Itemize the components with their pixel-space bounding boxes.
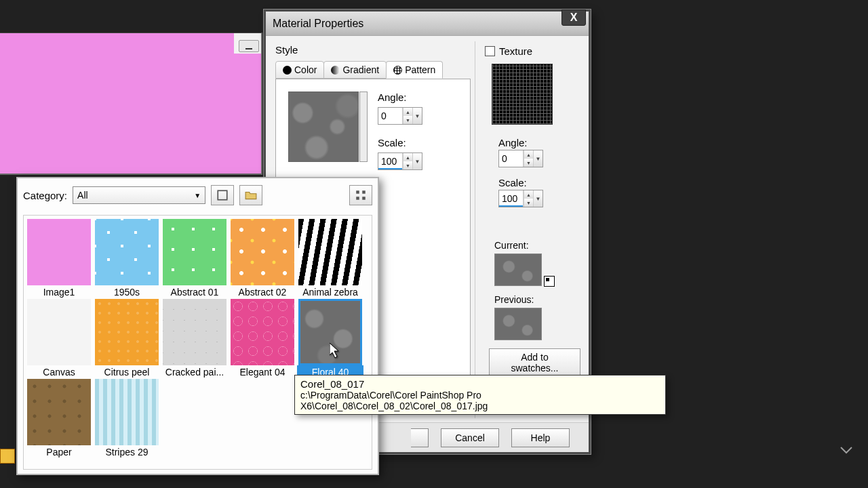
current-swatch[interactable] (494, 253, 542, 286)
tab-color[interactable]: Color (275, 61, 324, 79)
texture-scale-input[interactable] (499, 190, 524, 207)
chevron-down-icon[interactable]: ▼ (403, 116, 412, 124)
minimize-button[interactable] (239, 40, 259, 52)
texture-pane: Texture Angle: ▲▼ ▼ Scale: ▲▼ ▼ Current: (475, 41, 583, 418)
texture-checkbox[interactable]: Texture (485, 45, 580, 57)
pattern-thumb-elegant[interactable]: Elegant 04 (229, 299, 296, 378)
angle-label: Angle: (378, 92, 422, 103)
svg-rect-1 (356, 190, 359, 194)
pattern-thumb-floral40[interactable]: Floral 40 (297, 299, 363, 378)
view-grid-button[interactable] (349, 185, 372, 205)
pattern-icon (393, 66, 402, 75)
scale-spinner[interactable]: ▲▼ ▼ (378, 152, 422, 170)
pattern-preview[interactable] (288, 92, 359, 162)
scale-label: Scale: (378, 137, 422, 148)
folder-icon (245, 189, 257, 201)
pattern-thumb-image1[interactable]: Image1 (26, 219, 92, 298)
ok-button-edge[interactable] (411, 428, 429, 447)
chevron-down-icon[interactable]: ▼ (403, 161, 412, 169)
previous-swatch[interactable] (494, 308, 542, 340)
swatch-picker-icon[interactable] (544, 276, 555, 287)
chevron-up-icon[interactable]: ▲ (403, 153, 412, 161)
expand-chevron[interactable] (837, 443, 856, 457)
chevron-down-icon[interactable]: ▼ (524, 199, 533, 207)
pattern-thumb-stripes29[interactable]: Stripes 29 (94, 379, 160, 458)
texture-angle-input[interactable] (499, 150, 524, 167)
svg-rect-3 (356, 197, 359, 200)
svg-rect-4 (362, 197, 366, 200)
tooltip: Corel_08_017 c:\ProgramData\Corel\Corel … (294, 375, 666, 415)
texture-label: Texture (499, 45, 532, 57)
tab-gradient[interactable]: Gradient (323, 61, 387, 79)
angle-input[interactable] (378, 108, 403, 124)
canvas-window (0, 33, 262, 175)
thumbnail-grid: Image1 1950s Abstract 01 Abstract 02 Ani… (23, 215, 372, 470)
texture-scale-spinner[interactable]: ▲▼ ▼ (498, 190, 543, 207)
tab-label: Pattern (405, 64, 435, 75)
dialog-titlebar[interactable]: Material Properties X (266, 12, 589, 36)
chevron-down-icon[interactable]: ▼ (533, 190, 542, 207)
texture-preview[interactable] (492, 64, 553, 125)
style-tabbar: Color Gradient Pattern (275, 61, 471, 79)
category-value: All (77, 190, 88, 201)
add-swatches-button[interactable]: Add to swatches... (489, 348, 580, 377)
tooltip-title: Corel_08_017 (300, 378, 660, 390)
pattern-thumb-abstract01[interactable]: Abstract 01 (161, 219, 228, 298)
texture-angle-label: Angle: (498, 137, 580, 148)
canvas-titlebar (234, 33, 261, 54)
svg-rect-2 (362, 190, 366, 194)
close-button[interactable]: X (561, 9, 586, 26)
tab-label: Color (294, 64, 317, 75)
tooltip-path: c:\ProgramData\Corel\Corel PaintShop Pro… (300, 390, 660, 411)
help-button[interactable]: Help (511, 428, 570, 447)
chevron-down-icon[interactable]: ▼ (533, 150, 542, 167)
gradient-icon (331, 66, 340, 75)
previous-label: Previous: (494, 294, 580, 305)
chevron-up-icon[interactable]: ▲ (524, 150, 533, 159)
category-label: Category: (23, 190, 67, 201)
angle-spinner[interactable]: ▲▼ ▼ (378, 107, 422, 125)
chevron-down-icon[interactable]: ▼ (524, 159, 533, 167)
close-icon: X (570, 12, 578, 24)
pattern-picker-popup: Category: All ▼ Image1 1950s Abstract 01… (16, 177, 379, 475)
current-label: Current: (494, 240, 580, 251)
chevron-down-icon[interactable]: ▼ (412, 153, 422, 169)
pattern-thumb-paper[interactable]: Paper (26, 379, 92, 458)
picker-header: Category: All ▼ (18, 178, 378, 212)
taskbar-app-icon[interactable] (0, 449, 15, 464)
dialog-title: Material Properties (273, 18, 363, 30)
pattern-thumb-zebra[interactable]: Animal zebra (297, 219, 363, 298)
color-icon (283, 66, 292, 75)
category-select[interactable]: All ▼ (73, 186, 205, 204)
scale-input[interactable] (378, 153, 403, 169)
pattern-thumb-cracked[interactable]: Cracked pai... (161, 299, 228, 378)
preview-scrollbar[interactable] (359, 92, 368, 162)
pattern-thumb-citrus[interactable]: Citrus peel (94, 299, 160, 378)
svg-rect-0 (218, 190, 227, 200)
texture-angle-spinner[interactable]: ▲▼ ▼ (498, 150, 543, 167)
tab-pattern[interactable]: Pattern (386, 61, 443, 79)
style-label: Style (275, 44, 471, 56)
view-folder-button[interactable] (239, 185, 262, 205)
checkbox-icon (485, 46, 495, 56)
pattern-thumb-1950s[interactable]: 1950s (94, 219, 160, 298)
view-large-icon-button[interactable] (211, 185, 234, 205)
texture-scale-label: Scale: (498, 177, 580, 188)
pattern-thumb-canvas[interactable]: Canvas (26, 299, 92, 378)
chevron-down-icon: ▼ (194, 192, 201, 199)
large-thumb-icon (216, 189, 229, 201)
grid-icon (355, 189, 367, 201)
chevron-down-icon[interactable]: ▼ (412, 108, 422, 124)
chevron-up-icon[interactable]: ▲ (403, 108, 412, 116)
tab-label: Gradient (342, 64, 379, 75)
chevron-up-icon[interactable]: ▲ (524, 190, 533, 199)
cancel-button[interactable]: Cancel (441, 428, 499, 447)
pattern-thumb-abstract02[interactable]: Abstract 02 (229, 219, 296, 298)
